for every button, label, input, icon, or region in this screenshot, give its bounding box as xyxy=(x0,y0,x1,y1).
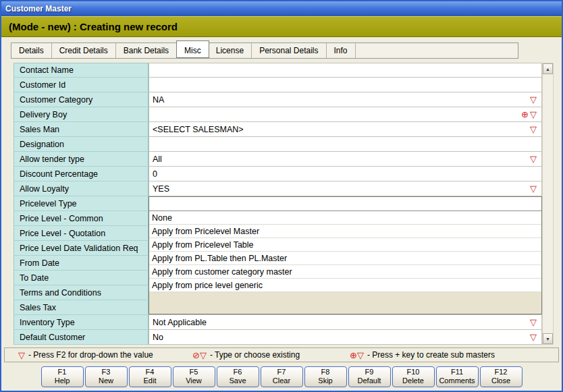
dropdown-indicator-icon: ▽ xyxy=(530,318,538,327)
title-bar[interactable]: Customer Master xyxy=(1,1,562,16)
inventory-type-field[interactable]: Not Applicable ▽ xyxy=(149,315,542,330)
default-customer-field[interactable]: No ▽ xyxy=(149,330,542,345)
dropdown-option[interactable]: Apply from customer category master xyxy=(149,265,541,279)
dropdown-indicator-icon: ▽ xyxy=(18,351,25,360)
legend-text: - Press + key to create sub masters xyxy=(367,350,495,360)
fbtn-label: Clear xyxy=(273,376,290,385)
help-button[interactable]: F1 Help xyxy=(41,366,84,387)
dropdown-option[interactable]: None xyxy=(149,211,541,225)
dropdown-option[interactable]: Apply from Pricelevel Master xyxy=(149,225,541,238)
fkey-label: F6 xyxy=(234,368,242,376)
field-label: Designation xyxy=(14,137,149,152)
comments-button[interactable]: F11 Comments xyxy=(436,366,479,387)
scroll-down-icon: ▼ xyxy=(545,337,550,341)
dropdown-indicator-icon: ▽ xyxy=(530,110,538,119)
field-label: To Date xyxy=(14,271,149,285)
mode-bar: (Mode - new) : Creating new record xyxy=(1,16,562,37)
edit-button[interactable]: F4 Edit xyxy=(129,366,171,387)
form-area: Contact Name Customer Id Customer Catego… xyxy=(14,63,554,345)
sales-man-field[interactable]: <SELECT SALESMAN> ▽ xyxy=(149,122,542,137)
skip-button[interactable]: F8 Skip xyxy=(304,366,347,387)
save-button[interactable]: F6 Save xyxy=(217,366,259,387)
form-row: Contact Name xyxy=(14,63,542,78)
field-value: Not Applicable xyxy=(153,318,207,327)
dropdown-option[interactable]: Apply from Pricelevel Table xyxy=(149,238,541,252)
fkey-label: F7 xyxy=(277,368,286,376)
tab-credit-details[interactable]: Credit Details xyxy=(52,43,116,58)
fkey-label: F4 xyxy=(146,368,155,376)
field-value: <SELECT SALESMAN> xyxy=(153,125,244,134)
legend-type-or-choose: ⊘▽ - Type or choose existing xyxy=(192,350,350,360)
fkey-label: F3 xyxy=(102,368,111,376)
tab-misc[interactable]: Misc xyxy=(176,40,209,58)
legend-bar: ▽ - Press F2 for drop-down the value ⊘▽ … xyxy=(4,347,559,362)
close-button[interactable]: F12 Close xyxy=(480,366,522,387)
dropdown-indicator-icon: ▽ xyxy=(530,125,538,134)
allow-loyalty-field[interactable]: YES ▽ xyxy=(149,181,542,196)
fkey-label: F5 xyxy=(190,368,198,376)
scroll-up-button[interactable]: ▲ xyxy=(543,63,553,74)
dropdown-indicator-icon: ▽ xyxy=(530,155,538,163)
clear-button[interactable]: F7 Clear xyxy=(261,366,303,387)
field-value: All xyxy=(153,155,162,164)
tab-license[interactable]: License xyxy=(209,43,252,58)
function-button-bar: F1 Help F3 New F4 Edit F5 View F6 Save F… xyxy=(1,362,562,391)
field-label: Sales Man xyxy=(14,122,149,137)
field-value: YES xyxy=(153,184,169,194)
customer-master-window: Customer Master (Mode - new) : Creating … xyxy=(0,0,563,392)
fbtn-label: Skip xyxy=(318,376,332,385)
dropdown-option[interactable]: Apply from PL.Table then PL.Master xyxy=(149,252,541,265)
customer-id-field[interactable] xyxy=(149,78,542,92)
field-label: Terms and Conditions xyxy=(14,285,149,300)
default-button[interactable]: F9 Default xyxy=(348,366,391,387)
scroll-down-button[interactable]: ▼ xyxy=(543,333,553,344)
fbtn-label: Edit xyxy=(144,376,157,385)
dropdown-edit-area[interactable] xyxy=(149,197,541,211)
create-submaster-icon: ⊕ xyxy=(521,110,529,119)
designation-field[interactable] xyxy=(149,137,542,152)
mode-text: (Mode - new) : Creating new record xyxy=(9,21,178,32)
fkey-label: F12 xyxy=(495,368,508,376)
field-label: From Date xyxy=(14,256,149,271)
view-button[interactable]: F5 View xyxy=(173,366,215,387)
create-submaster-icon: ⊕▽ xyxy=(350,351,364,360)
new-button[interactable]: F3 New xyxy=(85,366,128,387)
form-row: Customer Category NA ▽ xyxy=(14,92,542,107)
field-value: 0 xyxy=(153,169,157,179)
field-label: Allow Loyalty xyxy=(14,181,149,196)
tab-personal-details[interactable]: Personal Details xyxy=(252,43,326,58)
dropdown-indicator-icon: ▽ xyxy=(530,95,538,104)
fkey-label: F8 xyxy=(321,368,330,376)
dropdown-indicator-icon: ▽ xyxy=(530,184,538,193)
dropdown-option[interactable]: Apply from price level generic xyxy=(149,279,541,292)
customer-category-field[interactable]: NA ▽ xyxy=(149,92,542,107)
field-label: Price Level - Common xyxy=(14,211,149,226)
allow-tender-type-field[interactable]: All ▽ xyxy=(149,152,542,167)
form-row: Discount Percentage 0 xyxy=(14,167,542,181)
form-row: Customer Id xyxy=(14,78,542,92)
delete-button[interactable]: F10 Delete xyxy=(392,366,435,387)
field-label: Customer Category xyxy=(14,92,149,107)
type-or-choose-icon: ⊘▽ xyxy=(192,351,207,360)
tab-bank-details[interactable]: Bank Details xyxy=(116,43,177,58)
contact-name-field[interactable] xyxy=(149,63,542,78)
delivery-boy-field[interactable]: ⊕ ▽ xyxy=(149,107,542,122)
dropdown-filler xyxy=(149,292,541,314)
discount-percentage-field[interactable]: 0 xyxy=(149,167,542,181)
fbtn-label: Default xyxy=(358,376,381,385)
dropdown-indicator-icon: ▽ xyxy=(530,333,538,341)
fbtn-label: New xyxy=(99,376,113,385)
field-label: Sales Tax xyxy=(14,300,149,315)
form-scrollbar[interactable]: ▲ ▼ xyxy=(542,63,554,345)
tab-info[interactable]: Info xyxy=(327,43,356,58)
form-row: Allow Loyalty YES ▽ xyxy=(14,181,542,196)
field-label: Customer Id xyxy=(14,78,149,92)
tab-strip-filler xyxy=(356,43,518,58)
tab-strip: Details Credit Details Bank Details Misc… xyxy=(11,43,518,59)
fbtn-label: View xyxy=(186,376,202,385)
tab-details[interactable]: Details xyxy=(11,43,52,58)
field-label: Price Level Date Validation Req xyxy=(14,241,149,256)
window-title: Customer Master xyxy=(5,4,72,13)
scrollbar-track[interactable] xyxy=(543,74,553,333)
form-row: Designation xyxy=(14,137,542,152)
